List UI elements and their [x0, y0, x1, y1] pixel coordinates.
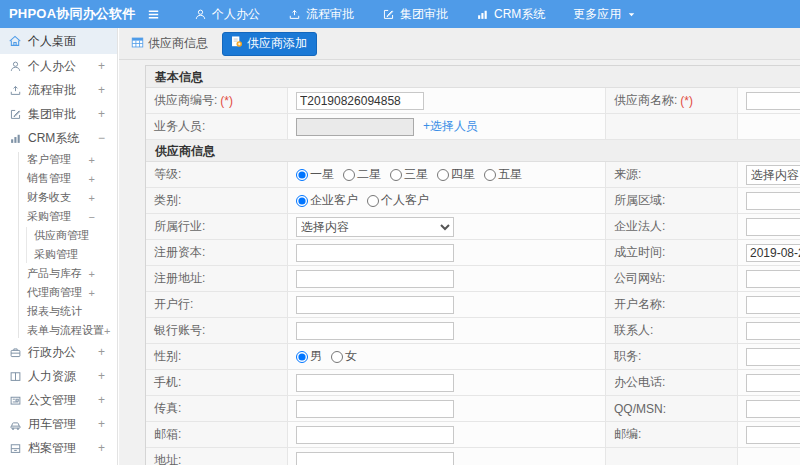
region-input[interactable]	[746, 192, 800, 210]
crm-submenu: 客户管理 + 销售管理 + 财务收支 + 采购管理 − 供应商管理 采购管理	[0, 150, 117, 340]
tab-supplier-add[interactable]: 供应商添加	[222, 32, 317, 56]
caret-down-icon	[626, 9, 637, 20]
topbar-item-process-approval[interactable]: 流程审批	[274, 0, 368, 28]
archive-icon	[8, 441, 22, 455]
expand-icon[interactable]: +	[89, 268, 95, 280]
expand-icon[interactable]: +	[89, 154, 95, 166]
sidebar-subitem-customer-mgmt[interactable]: 客户管理 +	[0, 150, 117, 169]
sidebar-item-crm[interactable]: CRM系统 −	[0, 126, 117, 150]
expand-icon[interactable]: +	[98, 417, 105, 431]
expand-icon[interactable]: +	[89, 173, 95, 185]
field-label: 类别:	[146, 188, 288, 213]
expand-icon[interactable]: +	[98, 441, 105, 455]
field-label: 开户行:	[146, 292, 288, 317]
choose-staff-link[interactable]: +选择人员	[423, 118, 478, 135]
topbar-item-group-approval[interactable]: 集团审批	[368, 0, 462, 28]
sidebar-item-label: 代理商管理	[27, 285, 82, 300]
gender-radio-male[interactable]: 男	[296, 348, 322, 365]
mobile-input[interactable]	[296, 374, 454, 392]
expand-icon[interactable]: +	[98, 393, 105, 407]
expand-icon[interactable]: +	[98, 369, 105, 383]
topbar-item-more-apps[interactable]: 更多应用	[559, 0, 651, 28]
sidebar-item-label: CRM系统	[28, 130, 79, 147]
contact-input[interactable]	[746, 322, 800, 340]
sidebar-subitem-product-inventory[interactable]: 产品与库存 +	[0, 264, 117, 283]
sidebar-subsubitem-purchase-mgmt[interactable]: 采购管理	[0, 245, 117, 264]
sidebar-subitem-form-flow-settings[interactable]: 表单与流程设置 +	[0, 321, 117, 340]
gender-radio-female[interactable]: 女	[331, 348, 357, 365]
supplier-name-input[interactable]	[746, 92, 800, 110]
category-radio-personal[interactable]: 个人客户	[367, 192, 429, 209]
reg-capital-input[interactable]	[296, 244, 454, 262]
sidebar-item-process-approval[interactable]: 流程审批 +	[0, 78, 117, 102]
sidebar-item-document-mgmt[interactable]: 公文管理 +	[0, 388, 117, 412]
sidebar-subitem-finance[interactable]: 财务收支 +	[0, 188, 117, 207]
bank-account-input[interactable]	[296, 322, 454, 340]
level-radio-1star[interactable]: 一星	[296, 166, 334, 183]
form-row: 性别: 男 女 职务:	[146, 344, 800, 370]
document-icon	[8, 393, 22, 407]
sidebar-subitem-reports[interactable]: 报表与统计	[0, 302, 117, 321]
tab-label: 供应商添加	[247, 35, 307, 52]
expand-icon[interactable]: +	[98, 83, 105, 97]
sidebar-item-group-approval[interactable]: 集团审批 +	[0, 102, 117, 126]
tab-supplier-info[interactable]: 供应商信息	[131, 35, 208, 52]
field-label: 企业法人:	[606, 214, 738, 239]
sidebar-item-hr[interactable]: 人力资源 +	[0, 364, 117, 388]
qq-msn-input[interactable]	[746, 400, 800, 418]
sidebar-item-personal-office[interactable]: 个人办公 +	[0, 54, 117, 78]
hamburger-menu-icon[interactable]	[142, 3, 164, 25]
collapse-icon[interactable]: −	[98, 131, 105, 145]
collapse-icon[interactable]: −	[89, 211, 95, 223]
main-content: 供应商信息 供应商添加 基本信息 供应商编号:(*) 供应商名称:(*)	[119, 28, 800, 465]
zip-input[interactable]	[746, 426, 800, 444]
expand-icon[interactable]: +	[104, 325, 110, 337]
sidebar-item-admin-office[interactable]: 行政办公 +	[0, 340, 117, 364]
sidebar-item-archive-mgmt[interactable]: 档案管理 +	[0, 436, 117, 460]
field-label: 成立时间:	[606, 240, 738, 265]
topbar: PHPOA协同办公软件 个人办公 流程审批 集团审批 CRM系统 更多应用	[0, 0, 800, 28]
account-name-input[interactable]	[746, 296, 800, 314]
website-input[interactable]	[746, 270, 800, 288]
email-input[interactable]	[296, 426, 454, 444]
supplier-no-input[interactable]	[296, 92, 424, 110]
fax-input[interactable]	[296, 400, 454, 418]
level-radio-group: 一星 二星 三星 四星 五星	[296, 166, 522, 183]
category-radio-enterprise[interactable]: 企业客户	[296, 192, 358, 209]
sidebar-item-label: 财务收支	[27, 190, 71, 205]
legal-person-input[interactable]	[746, 218, 800, 236]
purchase-submenu: 供应商管理 采购管理	[0, 226, 117, 264]
expand-icon[interactable]: +	[98, 59, 105, 73]
sidebar-item-personal-desktop[interactable]: 个人桌面	[0, 28, 117, 54]
level-radio-2star[interactable]: 二星	[343, 166, 381, 183]
sidebar-item-vehicle-mgmt[interactable]: 用车管理 +	[0, 412, 117, 436]
level-radio-3star[interactable]: 三星	[390, 166, 428, 183]
sidebar-subsubitem-supplier-mgmt[interactable]: 供应商管理	[0, 226, 117, 245]
level-radio-5star[interactable]: 五星	[484, 166, 522, 183]
form-row: 地址:	[146, 448, 800, 465]
founded-date-input[interactable]	[746, 244, 800, 262]
source-select[interactable]: 选择内容	[746, 165, 800, 185]
home-icon	[8, 34, 22, 48]
expand-icon[interactable]: +	[89, 192, 95, 204]
industry-select[interactable]: 选择内容	[296, 217, 454, 237]
sidebar-subitem-sales-mgmt[interactable]: 销售管理 +	[0, 169, 117, 188]
topbar-item-crm[interactable]: CRM系统	[462, 0, 559, 28]
field-label: 供应商名称:(*)	[606, 88, 738, 113]
position-input[interactable]	[746, 348, 800, 366]
sidebar-subitem-purchase-mgmt[interactable]: 采购管理 −	[0, 207, 117, 226]
expand-icon[interactable]: +	[89, 287, 95, 299]
sidebar-item-label: 档案管理	[28, 440, 76, 457]
sidebar-subitem-agent-mgmt[interactable]: 代理商管理 +	[0, 283, 117, 302]
level-radio-4star[interactable]: 四星	[437, 166, 475, 183]
reg-address-input[interactable]	[296, 270, 454, 288]
address-input[interactable]	[296, 452, 454, 465]
expand-icon[interactable]: +	[98, 345, 105, 359]
form-row: 类别: 企业客户 个人客户 所属区域:	[146, 188, 800, 214]
bank-input[interactable]	[296, 296, 454, 314]
office-phone-input[interactable]	[746, 374, 800, 392]
expand-icon[interactable]: +	[98, 107, 105, 121]
topbar-item-personal-office[interactable]: 个人办公	[180, 0, 274, 28]
field-label: 性别:	[146, 344, 288, 369]
form-row: 注册资本: 成立时间:	[146, 240, 800, 266]
